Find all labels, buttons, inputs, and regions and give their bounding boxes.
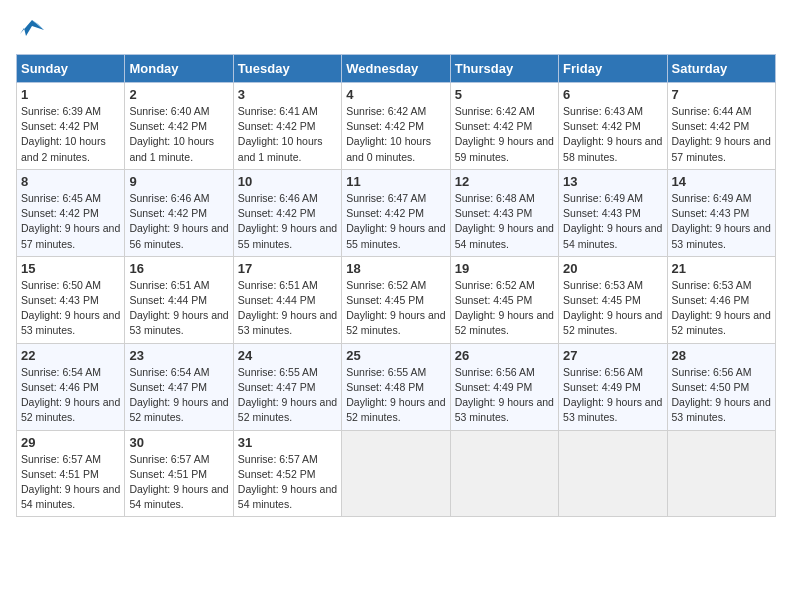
sunset-text: Sunset: 4:46 PM	[672, 294, 750, 306]
sunrise-text: Sunrise: 6:46 AM	[238, 192, 318, 204]
calendar-cell: 27 Sunrise: 6:56 AM Sunset: 4:49 PM Dayl…	[559, 343, 667, 430]
daylight-text: Daylight: 9 hours and 53 minutes.	[672, 222, 771, 249]
daylight-text: Daylight: 9 hours and 52 minutes.	[238, 396, 337, 423]
logo	[16, 16, 46, 44]
sunset-text: Sunset: 4:42 PM	[21, 207, 99, 219]
daylight-text: Daylight: 10 hours and 2 minutes.	[21, 135, 106, 162]
calendar-cell: 16 Sunrise: 6:51 AM Sunset: 4:44 PM Dayl…	[125, 256, 233, 343]
calendar-cell: 25 Sunrise: 6:55 AM Sunset: 4:48 PM Dayl…	[342, 343, 450, 430]
logo-bird-icon	[18, 16, 46, 44]
day-info: Sunrise: 6:41 AM Sunset: 4:42 PM Dayligh…	[238, 104, 337, 165]
day-number: 6	[563, 87, 662, 102]
sunset-text: Sunset: 4:42 PM	[238, 207, 316, 219]
day-info: Sunrise: 6:49 AM Sunset: 4:43 PM Dayligh…	[563, 191, 662, 252]
sunset-text: Sunset: 4:43 PM	[455, 207, 533, 219]
calendar-cell: 31 Sunrise: 6:57 AM Sunset: 4:52 PM Dayl…	[233, 430, 341, 517]
calendar-week-row: 29 Sunrise: 6:57 AM Sunset: 4:51 PM Dayl…	[17, 430, 776, 517]
calendar-header-row: SundayMondayTuesdayWednesdayThursdayFrid…	[17, 55, 776, 83]
svg-marker-0	[20, 20, 44, 36]
sunset-text: Sunset: 4:44 PM	[129, 294, 207, 306]
day-info: Sunrise: 6:50 AM Sunset: 4:43 PM Dayligh…	[21, 278, 120, 339]
calendar-week-row: 8 Sunrise: 6:45 AM Sunset: 4:42 PM Dayli…	[17, 169, 776, 256]
calendar-cell	[450, 430, 558, 517]
sunrise-text: Sunrise: 6:50 AM	[21, 279, 101, 291]
calendar-cell: 14 Sunrise: 6:49 AM Sunset: 4:43 PM Dayl…	[667, 169, 775, 256]
day-info: Sunrise: 6:57 AM Sunset: 4:52 PM Dayligh…	[238, 452, 337, 513]
sunrise-text: Sunrise: 6:49 AM	[563, 192, 643, 204]
day-number: 19	[455, 261, 554, 276]
day-info: Sunrise: 6:52 AM Sunset: 4:45 PM Dayligh…	[346, 278, 445, 339]
sunset-text: Sunset: 4:52 PM	[238, 468, 316, 480]
calendar-cell: 19 Sunrise: 6:52 AM Sunset: 4:45 PM Dayl…	[450, 256, 558, 343]
day-info: Sunrise: 6:53 AM Sunset: 4:46 PM Dayligh…	[672, 278, 771, 339]
sunset-text: Sunset: 4:46 PM	[21, 381, 99, 393]
calendar-cell: 4 Sunrise: 6:42 AM Sunset: 4:42 PM Dayli…	[342, 83, 450, 170]
sunset-text: Sunset: 4:49 PM	[455, 381, 533, 393]
sunrise-text: Sunrise: 6:55 AM	[346, 366, 426, 378]
day-number: 23	[129, 348, 228, 363]
sunrise-text: Sunrise: 6:48 AM	[455, 192, 535, 204]
day-number: 24	[238, 348, 337, 363]
calendar-cell: 20 Sunrise: 6:53 AM Sunset: 4:45 PM Dayl…	[559, 256, 667, 343]
day-number: 8	[21, 174, 120, 189]
day-info: Sunrise: 6:55 AM Sunset: 4:48 PM Dayligh…	[346, 365, 445, 426]
day-info: Sunrise: 6:46 AM Sunset: 4:42 PM Dayligh…	[238, 191, 337, 252]
sunset-text: Sunset: 4:42 PM	[455, 120, 533, 132]
sunset-text: Sunset: 4:47 PM	[129, 381, 207, 393]
day-info: Sunrise: 6:42 AM Sunset: 4:42 PM Dayligh…	[346, 104, 445, 165]
calendar-week-row: 22 Sunrise: 6:54 AM Sunset: 4:46 PM Dayl…	[17, 343, 776, 430]
sunset-text: Sunset: 4:49 PM	[563, 381, 641, 393]
day-number: 12	[455, 174, 554, 189]
calendar-body: 1 Sunrise: 6:39 AM Sunset: 4:42 PM Dayli…	[17, 83, 776, 517]
calendar-cell: 8 Sunrise: 6:45 AM Sunset: 4:42 PM Dayli…	[17, 169, 125, 256]
day-info: Sunrise: 6:44 AM Sunset: 4:42 PM Dayligh…	[672, 104, 771, 165]
calendar-cell: 1 Sunrise: 6:39 AM Sunset: 4:42 PM Dayli…	[17, 83, 125, 170]
day-number: 17	[238, 261, 337, 276]
calendar-cell: 2 Sunrise: 6:40 AM Sunset: 4:42 PM Dayli…	[125, 83, 233, 170]
day-info: Sunrise: 6:42 AM Sunset: 4:42 PM Dayligh…	[455, 104, 554, 165]
calendar-cell: 6 Sunrise: 6:43 AM Sunset: 4:42 PM Dayli…	[559, 83, 667, 170]
day-number: 2	[129, 87, 228, 102]
daylight-text: Daylight: 9 hours and 53 minutes.	[455, 396, 554, 423]
day-number: 3	[238, 87, 337, 102]
sunrise-text: Sunrise: 6:57 AM	[129, 453, 209, 465]
page-header	[16, 16, 776, 44]
daylight-text: Daylight: 9 hours and 52 minutes.	[346, 309, 445, 336]
calendar-cell: 9 Sunrise: 6:46 AM Sunset: 4:42 PM Dayli…	[125, 169, 233, 256]
daylight-text: Daylight: 10 hours and 1 minute.	[129, 135, 214, 162]
day-info: Sunrise: 6:51 AM Sunset: 4:44 PM Dayligh…	[129, 278, 228, 339]
day-number: 14	[672, 174, 771, 189]
day-info: Sunrise: 6:48 AM Sunset: 4:43 PM Dayligh…	[455, 191, 554, 252]
daylight-text: Daylight: 9 hours and 53 minutes.	[563, 396, 662, 423]
day-header-monday: Monday	[125, 55, 233, 83]
day-info: Sunrise: 6:43 AM Sunset: 4:42 PM Dayligh…	[563, 104, 662, 165]
sunset-text: Sunset: 4:45 PM	[455, 294, 533, 306]
sunrise-text: Sunrise: 6:45 AM	[21, 192, 101, 204]
day-number: 16	[129, 261, 228, 276]
sunrise-text: Sunrise: 6:56 AM	[563, 366, 643, 378]
day-header-wednesday: Wednesday	[342, 55, 450, 83]
day-info: Sunrise: 6:52 AM Sunset: 4:45 PM Dayligh…	[455, 278, 554, 339]
sunset-text: Sunset: 4:48 PM	[346, 381, 424, 393]
day-header-thursday: Thursday	[450, 55, 558, 83]
sunrise-text: Sunrise: 6:52 AM	[346, 279, 426, 291]
daylight-text: Daylight: 9 hours and 54 minutes.	[455, 222, 554, 249]
calendar-cell: 3 Sunrise: 6:41 AM Sunset: 4:42 PM Dayli…	[233, 83, 341, 170]
daylight-text: Daylight: 9 hours and 58 minutes.	[563, 135, 662, 162]
calendar-cell: 13 Sunrise: 6:49 AM Sunset: 4:43 PM Dayl…	[559, 169, 667, 256]
daylight-text: Daylight: 9 hours and 52 minutes.	[21, 396, 120, 423]
daylight-text: Daylight: 9 hours and 54 minutes.	[21, 483, 120, 510]
daylight-text: Daylight: 9 hours and 55 minutes.	[238, 222, 337, 249]
day-info: Sunrise: 6:40 AM Sunset: 4:42 PM Dayligh…	[129, 104, 228, 165]
sunset-text: Sunset: 4:42 PM	[238, 120, 316, 132]
sunrise-text: Sunrise: 6:47 AM	[346, 192, 426, 204]
sunrise-text: Sunrise: 6:56 AM	[672, 366, 752, 378]
sunrise-text: Sunrise: 6:43 AM	[563, 105, 643, 117]
day-number: 22	[21, 348, 120, 363]
sunset-text: Sunset: 4:50 PM	[672, 381, 750, 393]
daylight-text: Daylight: 9 hours and 54 minutes.	[129, 483, 228, 510]
sunrise-text: Sunrise: 6:53 AM	[672, 279, 752, 291]
calendar-cell: 5 Sunrise: 6:42 AM Sunset: 4:42 PM Dayli…	[450, 83, 558, 170]
sunset-text: Sunset: 4:42 PM	[346, 207, 424, 219]
calendar-cell: 7 Sunrise: 6:44 AM Sunset: 4:42 PM Dayli…	[667, 83, 775, 170]
